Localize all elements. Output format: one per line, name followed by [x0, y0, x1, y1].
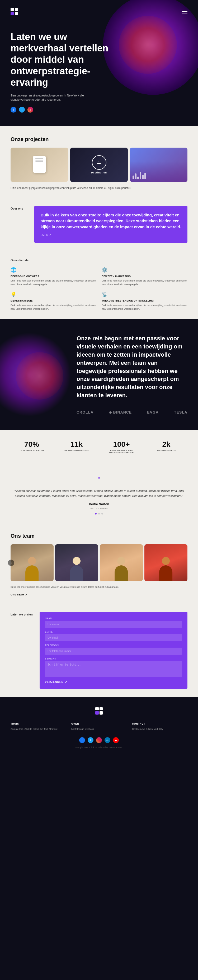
brand-evga: EVGA: [147, 410, 159, 414]
footer-col-about: OVER hoofdlocatie westfalia: [71, 722, 127, 731]
footer-twitter-icon[interactable]: t: [88, 737, 93, 743]
story-content: Onze reis begon met een passie voor visu…: [77, 334, 187, 414]
project-item-stats[interactable]: [130, 148, 187, 182]
hamburger-menu[interactable]: [182, 10, 187, 13]
hero-socials: f t i: [11, 107, 121, 113]
dot-3[interactable]: [101, 513, 103, 514]
footer-bottom: f t i in ▶ Sample text. Click to select …: [11, 737, 187, 749]
services-section: Onze diensten 🌐 BEKROOND ONTWERP Duik in…: [0, 251, 198, 319]
team-photo-2: [55, 544, 98, 581]
quote-role: SECRETARIS: [11, 507, 187, 510]
bar-2: [135, 173, 136, 179]
message-field: Bericht: [45, 657, 182, 678]
service-desc-brand: Duik in de kern van onze studio: cijfers…: [11, 304, 96, 311]
team-link[interactable]: ONS TEAM ↗: [11, 593, 27, 596]
footer-linkedin-icon[interactable]: in: [105, 737, 110, 743]
name-field: Naam: [45, 617, 182, 628]
antenna-icon: 📡: [102, 291, 187, 298]
stats-visual: [133, 171, 146, 179]
person-silhouette-2: [64, 557, 90, 581]
phone-label: Telefoon: [45, 644, 182, 647]
arrow-icon: ↗: [49, 234, 51, 236]
twitter-icon[interactable]: t: [19, 107, 25, 113]
footer-youtube-icon[interactable]: ▶: [113, 737, 119, 743]
main-nav: [11, 8, 187, 15]
dot-2[interactable]: [98, 513, 100, 514]
service-name-dev: TOEKOMSTBESTENDIGE ONTWIKKELING: [102, 299, 187, 302]
person-head-3: [117, 557, 125, 565]
team-prev-button[interactable]: ‹: [8, 560, 14, 566]
hero-subtitle: Een ontwerp- en strategiestudio geboren …: [11, 93, 85, 102]
destination-text: Destination: [91, 171, 107, 174]
bar-6: [144, 173, 146, 179]
person-silhouette-3: [109, 557, 134, 581]
team-header: Ons team: [0, 533, 198, 539]
team-section: Ons team ‹ Dit is: [0, 525, 198, 604]
phone-field: Telefoon: [45, 644, 182, 655]
dot-1[interactable]: [95, 513, 97, 514]
testimonial-section: " "Aenean pulvinar dui ornare. Feugiat l…: [0, 475, 198, 525]
story-section: Onze reis begon met een passie voor visu…: [0, 319, 198, 430]
footer: THUIS Sample text. Click to select the T…: [0, 697, 198, 757]
projects-caption: Dit is een meer pijnlijke beschuldiging …: [11, 186, 187, 190]
stat-satisfied: 70% TEVREDEN KLANTEN: [11, 441, 53, 454]
services-label: Onze diensten: [11, 259, 187, 262]
logo[interactable]: [11, 8, 18, 15]
phone-input[interactable]: [45, 648, 182, 655]
email-label: Email: [45, 630, 182, 633]
project-item-destination[interactable]: ⛰ Destination: [70, 148, 128, 182]
projects-section: Onze projecten ⛰ Destination: [0, 126, 198, 198]
gear-icon: ⚙️: [102, 267, 187, 273]
hero-bg-glow2: [119, 16, 177, 74]
destination-circle: ⛰: [92, 155, 106, 170]
bulb-icon: 💡: [11, 291, 96, 298]
footer-facebook-icon[interactable]: f: [79, 737, 85, 743]
stat-awards: 100+ ERKENNINGEN VAN ONDERSCHEIDINGEN: [100, 441, 142, 454]
footer-logo-icon: [95, 707, 103, 714]
message-textarea[interactable]: [45, 661, 182, 677]
about-box: Duik in de kern van onze studio: cijfers…: [34, 206, 187, 243]
bar-3: [137, 177, 139, 179]
service-item-design: 🌐 BEKROOND ONTWERP Duik in de kern van o…: [11, 267, 96, 286]
service-desc-dev: Duik in de kern van onze studio: cijfers…: [102, 304, 187, 311]
footer-col-text-contact: Gesteek Ave & New York City: [132, 727, 187, 731]
hero-title: Laten we uw merkverhaal vertellen door m…: [11, 31, 121, 88]
team-photo-4: [144, 544, 187, 581]
instagram-icon[interactable]: i: [27, 107, 33, 113]
person-head-1: [28, 557, 36, 565]
email-input[interactable]: [45, 634, 182, 641]
brand-crolla: CROLLA: [77, 410, 93, 414]
person-head-4: [162, 557, 170, 565]
stat-label-awards: ERKENNINGEN VAN ONDERSCHEIDINGEN: [100, 449, 142, 454]
footer-col-text-about: hoofdlocatie westfalia: [71, 727, 127, 731]
person-silhouette-4: [153, 557, 179, 581]
stat-label-satisfied: TEVREDEN KLANTEN: [11, 449, 53, 452]
facebook-icon[interactable]: f: [11, 107, 16, 113]
email-field: Email: [45, 630, 182, 641]
stats-grid: 70% TEVREDEN KLANTEN 11k KLANTVERWIZINGE…: [11, 441, 187, 454]
person-body-2: [70, 565, 83, 581]
service-name-design: BEKROOND ONTWERP: [11, 275, 96, 278]
stat-number-referrals: 11k: [56, 441, 98, 448]
team-photo-1: [11, 544, 54, 581]
mountain-icon: ⛰: [97, 160, 101, 165]
brand-tesla: TESLA: [174, 410, 187, 414]
submit-button[interactable]: VERZENDEN ↗: [45, 681, 67, 684]
service-desc-design: Duik in de kern van onze studio: cijfers…: [11, 279, 96, 286]
quote-author: Bertie Norton: [11, 503, 187, 506]
footer-instagram-icon[interactable]: i: [96, 737, 102, 743]
service-item-dev: 📡 TOEKOMSTBESTENDIGE ONTWIKKELING Duik i…: [102, 291, 187, 311]
name-input[interactable]: [45, 621, 182, 628]
bar-1: [133, 175, 134, 179]
footer-socials: f t i in ▶: [11, 737, 187, 743]
arrow-icon: ↗: [65, 681, 67, 684]
about-text: Duik in de kern van onze studio: cijfers…: [41, 212, 181, 230]
team-title: Ons team: [11, 533, 187, 539]
footer-col-home: THUIS Sample text. Click to select the T…: [11, 722, 66, 731]
story-text: Onze reis begon met een passie voor visu…: [77, 334, 187, 399]
footer-logo[interactable]: [11, 707, 187, 714]
stat-referrals: 11k KLANTVERWIZINGEN: [56, 441, 98, 454]
about-link[interactable]: OVER ↗: [41, 234, 181, 236]
project-item-cup[interactable]: [11, 148, 68, 182]
brand-binance: ◈ BINANCE: [109, 410, 132, 414]
